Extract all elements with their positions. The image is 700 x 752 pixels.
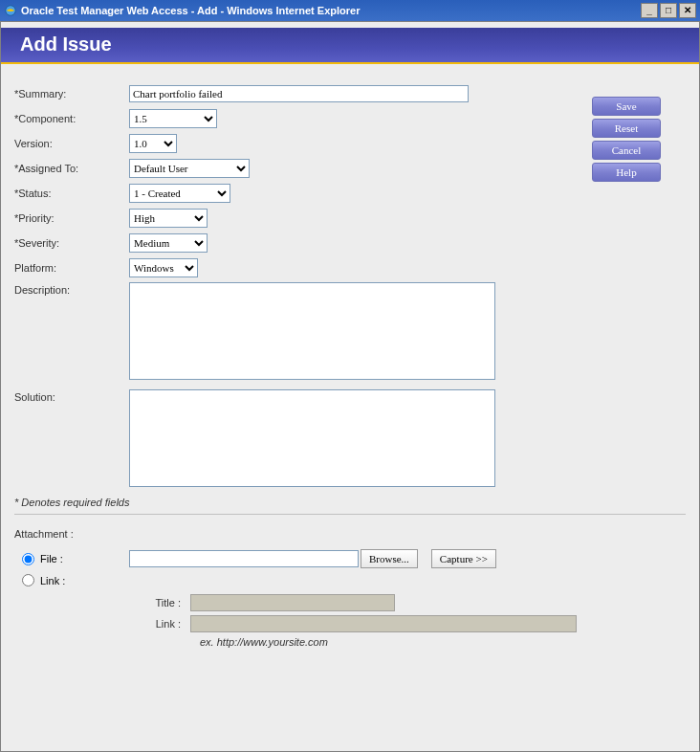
assigned-to-select[interactable]: Default User (129, 159, 250, 178)
solution-label: Solution: (14, 389, 129, 403)
file-path-input[interactable] (129, 550, 359, 567)
link-field-label: Link : (22, 618, 190, 630)
page-title: Add Issue (20, 33, 112, 55)
save-button[interactable]: Save (592, 97, 661, 116)
browse-button[interactable]: Browse... (361, 549, 418, 568)
component-label: *Component: (14, 113, 129, 124)
attachment-heading: Attachment : (14, 528, 686, 540)
maximize-button[interactable]: □ (660, 3, 677, 18)
reset-button[interactable]: Reset (592, 119, 661, 138)
help-button[interactable]: Help (592, 163, 661, 182)
attachment-section: Attachment : File : Browse... Capture >>… (14, 528, 686, 648)
link-radio-text: Link : (40, 575, 65, 586)
solution-textarea[interactable] (129, 389, 495, 487)
description-label: Description: (14, 282, 129, 296)
title-field-label: Title : (22, 597, 190, 608)
priority-label: *Priority: (14, 212, 129, 224)
version-select[interactable]: 1.0 (129, 134, 177, 153)
action-button-group: Save Reset Cancel Help (592, 97, 661, 182)
ie-icon (4, 4, 17, 17)
status-label: *Status: (14, 188, 129, 199)
file-radio-label[interactable]: File : (22, 553, 129, 565)
description-textarea[interactable] (129, 282, 495, 380)
link-example-text: ex. http://www.yoursite.com (22, 636, 686, 648)
cancel-button[interactable]: Cancel (592, 141, 661, 160)
severity-label: *Severity: (14, 237, 129, 249)
file-radio-text: File : (40, 553, 63, 564)
capture-button[interactable]: Capture >> (431, 549, 496, 568)
link-radio-label[interactable]: Link : (22, 574, 129, 586)
link-input-disabled (190, 615, 577, 632)
window-title: Oracle Test Manager Web Access - Add - W… (21, 5, 639, 16)
platform-select[interactable]: Windows (129, 258, 198, 277)
link-radio[interactable] (22, 574, 34, 586)
required-fields-note: * Denotes required fields (14, 497, 686, 508)
window-titlebar: Oracle Test Manager Web Access - Add - W… (0, 0, 700, 21)
component-select[interactable]: 1.5 (129, 109, 217, 128)
platform-label: Platform: (14, 262, 129, 274)
summary-label: *Summary: (14, 88, 129, 100)
title-input-disabled (190, 594, 395, 611)
page-banner: Add Issue (1, 28, 699, 64)
severity-select[interactable]: Medium (129, 233, 208, 253)
close-button[interactable]: ✕ (679, 3, 696, 18)
assigned-to-label: *Assigned To: (14, 163, 129, 174)
content-area: Add Issue Save Reset Cancel Help *Summar… (0, 21, 700, 752)
priority-select[interactable]: High (129, 209, 208, 228)
version-label: Version: (14, 138, 129, 149)
summary-input[interactable] (129, 85, 469, 102)
status-select[interactable]: 1 - Created (129, 184, 230, 203)
minimize-button[interactable]: _ (641, 3, 658, 18)
file-radio[interactable] (22, 553, 34, 565)
section-divider (14, 514, 686, 515)
